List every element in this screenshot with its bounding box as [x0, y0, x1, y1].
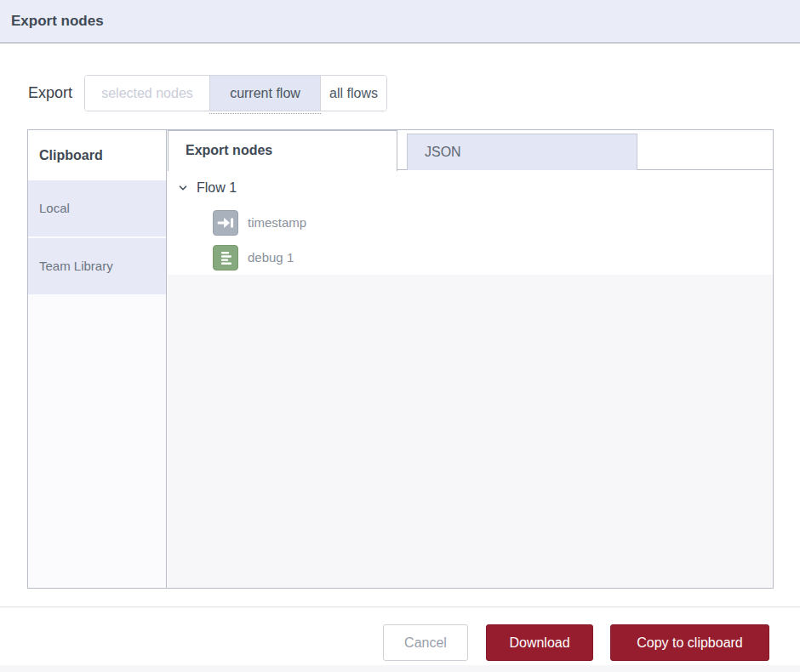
- tab-export-nodes[interactable]: Export nodes: [168, 130, 397, 171]
- export-scope-group: selected nodes current flow all flows: [84, 75, 387, 111]
- destination-sidebar: Clipboard Local Team Library: [28, 130, 167, 588]
- tab-json[interactable]: JSON: [407, 134, 637, 170]
- tree-row-flow[interactable]: Flow 1: [168, 171, 773, 205]
- export-scope-label: Export: [28, 75, 72, 111]
- debug-node-icon: [213, 245, 238, 271]
- export-scope-current-flow-button[interactable]: current flow: [209, 76, 320, 111]
- export-scope-selected-nodes-button[interactable]: selected nodes: [85, 76, 209, 111]
- download-button[interactable]: Download: [486, 624, 593, 661]
- clipboard-tabs: Export nodes JSON: [168, 130, 773, 170]
- export-dialog-body: Clipboard Local Team Library Export node…: [27, 129, 774, 589]
- chevron-down-icon[interactable]: [177, 182, 189, 194]
- copy-to-clipboard-button[interactable]: Copy to clipboard: [610, 624, 769, 661]
- flow-label: Flow 1: [197, 180, 237, 196]
- sidebar-item-clipboard[interactable]: Clipboard: [28, 130, 166, 180]
- dialog-title: Export nodes: [11, 0, 104, 43]
- dialog-footer: Cancel Download Copy to clipboard: [0, 607, 800, 665]
- export-scope-all-flows-button[interactable]: all flows: [320, 76, 386, 111]
- inject-node-icon: [213, 210, 238, 236]
- tree-row-node-timestamp[interactable]: timestamp: [168, 205, 773, 240]
- dialog-bottom-edge: [0, 665, 800, 672]
- export-node-tree: Flow 1 timestamp: [168, 171, 773, 588]
- dialog-header: Export nodes: [0, 0, 800, 43]
- node-label: timestamp: [248, 215, 306, 230]
- node-label: debug 1: [248, 250, 294, 265]
- export-nodes-dialog: Export nodes Export selected nodes curre…: [0, 0, 800, 672]
- clipboard-pane: Export nodes JSON Flow 1: [168, 130, 773, 588]
- tree-row-node-debug[interactable]: debug 1: [168, 240, 773, 275]
- sidebar-item-local[interactable]: Local: [28, 180, 166, 236]
- sidebar-item-team-library[interactable]: Team Library: [28, 238, 166, 294]
- cancel-button[interactable]: Cancel: [383, 624, 468, 661]
